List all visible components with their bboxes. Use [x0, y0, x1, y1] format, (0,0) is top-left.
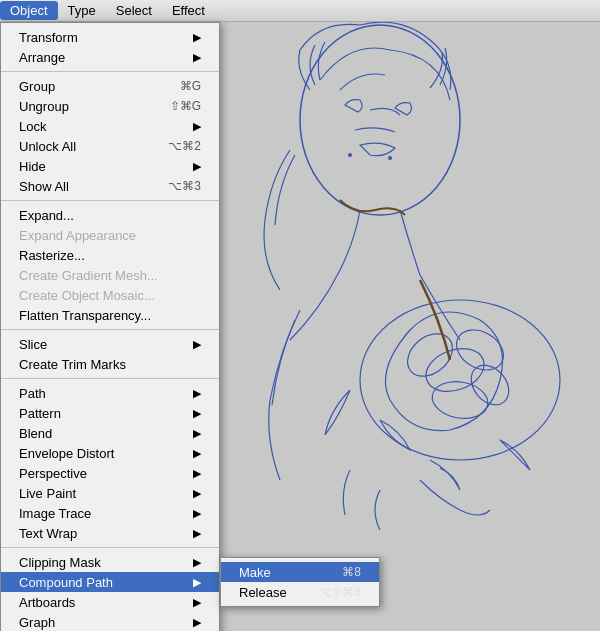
- arrow-icon: ▶: [193, 51, 201, 64]
- menu-item-label: Live Paint: [19, 486, 76, 501]
- separator: [1, 71, 219, 72]
- menu-item-live-paint[interactable]: Live Paint ▶: [1, 483, 219, 503]
- menu-item-label: Show All: [19, 179, 69, 194]
- menu-item-expand[interactable]: Expand...: [1, 205, 219, 225]
- menu-type[interactable]: Type: [58, 1, 106, 20]
- shortcut-label: ⌥⇧⌘8: [318, 585, 361, 599]
- menu-item-compound-path[interactable]: Compound Path ▶ Make ⌘8 Release ⌥⇧⌘8: [1, 572, 219, 592]
- menu-item-label: Envelope Distort: [19, 446, 114, 461]
- svg-point-9: [388, 156, 392, 160]
- menu-item-text-wrap[interactable]: Text Wrap ▶: [1, 523, 219, 543]
- arrow-icon: ▶: [193, 160, 201, 173]
- menu-item-label: Create Trim Marks: [19, 357, 126, 372]
- arrow-icon: ▶: [193, 527, 201, 540]
- menu-item-label: Slice: [19, 337, 47, 352]
- menu-item-hide[interactable]: Hide ▶: [1, 156, 219, 176]
- menu-item-label: Group: [19, 79, 55, 94]
- menu-item-label: Transform: [19, 30, 78, 45]
- menu-item-label: Create Gradient Mesh...: [19, 268, 158, 283]
- arrow-icon: ▶: [193, 487, 201, 500]
- separator: [1, 547, 219, 548]
- menu-item-artboards[interactable]: Artboards ▶: [1, 592, 219, 612]
- app-container: Object Type Select Effect Transform ▶ Ar…: [0, 0, 600, 631]
- menu-item-label: Hide: [19, 159, 46, 174]
- menu-item-ungroup[interactable]: Ungroup ⇧⌘G: [1, 96, 219, 116]
- menu-item-envelope-distort[interactable]: Envelope Distort ▶: [1, 443, 219, 463]
- separator: [1, 329, 219, 330]
- menu-item-label: Path: [19, 386, 46, 401]
- arrow-icon: ▶: [193, 447, 201, 460]
- shortcut-label: ⇧⌘G: [170, 99, 201, 113]
- menu-item-label: Perspective: [19, 466, 87, 481]
- arrow-icon: ▶: [193, 31, 201, 44]
- menu-item-transform[interactable]: Transform ▶: [1, 27, 219, 47]
- menu-item-create-gradient-mesh: Create Gradient Mesh...: [1, 265, 219, 285]
- arrow-icon: ▶: [193, 467, 201, 480]
- menu-item-group[interactable]: Group ⌘G: [1, 76, 219, 96]
- menu-item-rasterize[interactable]: Rasterize...: [1, 245, 219, 265]
- menu-item-label: Rasterize...: [19, 248, 85, 263]
- submenu-item-label: Release: [239, 585, 287, 600]
- menu-item-create-object-mosaic: Create Object Mosaic...: [1, 285, 219, 305]
- shortcut-label: ⌘8: [342, 565, 361, 579]
- shortcut-label: ⌘G: [180, 79, 201, 93]
- menu-item-lock[interactable]: Lock ▶: [1, 116, 219, 136]
- menu-item-clipping-mask[interactable]: Clipping Mask ▶: [1, 552, 219, 572]
- menu-item-label: Graph: [19, 615, 55, 630]
- menu-item-label: Expand Appearance: [19, 228, 136, 243]
- menu-item-label: Lock: [19, 119, 46, 134]
- menu-item-label: Clipping Mask: [19, 555, 101, 570]
- menu-item-perspective[interactable]: Perspective ▶: [1, 463, 219, 483]
- menu-item-create-trim-marks[interactable]: Create Trim Marks: [1, 354, 219, 374]
- menu-bar: Object Type Select Effect: [0, 0, 600, 22]
- arrow-icon: ▶: [193, 120, 201, 133]
- compound-path-submenu: Make ⌘8 Release ⌥⇧⌘8: [220, 557, 380, 607]
- arrow-icon: ▶: [193, 596, 201, 609]
- separator: [1, 378, 219, 379]
- menu-item-label: Blend: [19, 426, 52, 441]
- menu-item-path[interactable]: Path ▶: [1, 383, 219, 403]
- svg-point-8: [348, 153, 352, 157]
- arrow-icon: ▶: [193, 387, 201, 400]
- menu-object[interactable]: Object: [0, 1, 58, 20]
- menu-item-label: Text Wrap: [19, 526, 77, 541]
- menu-item-image-trace[interactable]: Image Trace ▶: [1, 503, 219, 523]
- submenu-item-release[interactable]: Release ⌥⇧⌘8: [221, 582, 379, 602]
- menu-item-graph[interactable]: Graph ▶: [1, 612, 219, 631]
- menu-item-blend[interactable]: Blend ▶: [1, 423, 219, 443]
- arrow-icon: ▶: [193, 507, 201, 520]
- menu-item-label: Flatten Transparency...: [19, 308, 151, 323]
- menu-item-slice[interactable]: Slice ▶: [1, 334, 219, 354]
- menu-item-pattern[interactable]: Pattern ▶: [1, 403, 219, 423]
- arrow-icon: ▶: [193, 427, 201, 440]
- menu-item-expand-appearance: Expand Appearance: [1, 225, 219, 245]
- menu-item-label: Expand...: [19, 208, 74, 223]
- menu-item-show-all[interactable]: Show All ⌥⌘3: [1, 176, 219, 196]
- menu-item-label: Artboards: [19, 595, 75, 610]
- submenu-item-label: Make: [239, 565, 271, 580]
- arrow-icon: ▶: [193, 338, 201, 351]
- menu-item-label: Pattern: [19, 406, 61, 421]
- menu-item-label: Compound Path: [19, 575, 113, 590]
- arrow-icon: ▶: [193, 407, 201, 420]
- menu-item-unlock-all[interactable]: Unlock All ⌥⌘2: [1, 136, 219, 156]
- menu-effect[interactable]: Effect: [162, 1, 215, 20]
- menu-item-label: Unlock All: [19, 139, 76, 154]
- menu-item-label: Image Trace: [19, 506, 91, 521]
- shortcut-label: ⌥⌘2: [168, 139, 201, 153]
- arrow-icon: ▶: [193, 556, 201, 569]
- shortcut-label: ⌥⌘3: [168, 179, 201, 193]
- menu-item-flatten-transparency[interactable]: Flatten Transparency...: [1, 305, 219, 325]
- arrow-icon: ▶: [193, 616, 201, 629]
- submenu-item-make[interactable]: Make ⌘8: [221, 562, 379, 582]
- menu-item-arrange[interactable]: Arrange ▶: [1, 47, 219, 67]
- menu-item-label: Create Object Mosaic...: [19, 288, 155, 303]
- menu-select[interactable]: Select: [106, 1, 162, 20]
- menu-item-label: Arrange: [19, 50, 65, 65]
- separator: [1, 200, 219, 201]
- menu-item-label: Ungroup: [19, 99, 69, 114]
- object-menu: Transform ▶ Arrange ▶ Group ⌘G Ungroup ⇧…: [0, 22, 220, 631]
- arrow-icon: ▶: [193, 576, 201, 589]
